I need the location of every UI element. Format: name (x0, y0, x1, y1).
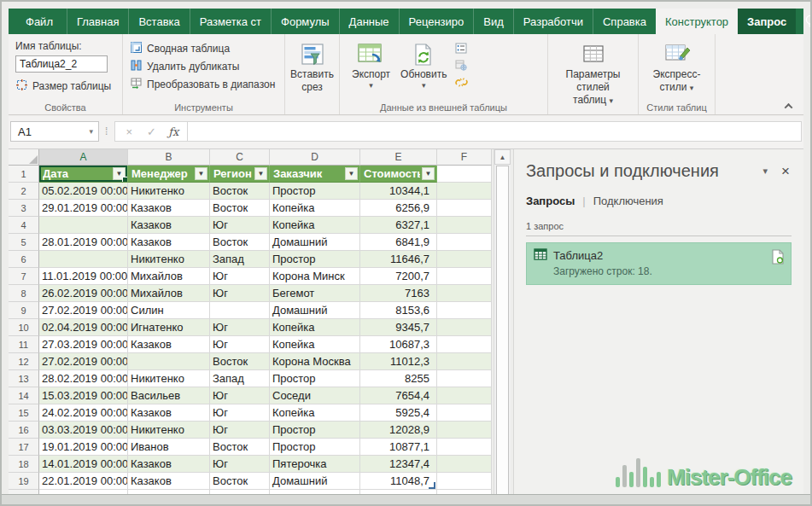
table-style-options-button[interactable]: Параметры стилей таблиц ▾ (555, 38, 631, 109)
tab-queries[interactable]: Запросы (526, 195, 575, 207)
grid-cell[interactable]: Запад (210, 370, 270, 387)
grid-cell[interactable] (437, 387, 492, 404)
scroll-up-icon[interactable]: ▲ (494, 149, 511, 165)
grid-cell[interactable]: 22.01.2019 00:00 (39, 473, 128, 490)
grid-cell[interactable] (437, 251, 492, 268)
grid-cell[interactable]: Восток (210, 183, 270, 200)
grid-cell[interactable]: 26.02.2019 00:00 (39, 285, 128, 302)
grid-cell[interactable]: 03.03.2019 00:00 (39, 422, 128, 439)
tab-connections[interactable]: Подключения (593, 195, 663, 207)
grid-cell[interactable]: Юг (210, 422, 270, 439)
grid-cell[interactable]: Юг (210, 217, 270, 234)
ribbon-tab-Разработчи[interactable]: Разработчи (513, 9, 593, 34)
row-header-5[interactable]: 5 (9, 234, 39, 251)
grid-cell[interactable]: Простор (270, 251, 360, 268)
grid-cell[interactable] (437, 302, 492, 319)
grid-cell[interactable]: Восток (210, 234, 270, 251)
grid-cell[interactable] (437, 353, 492, 370)
grid-cell[interactable]: Михайлов (128, 285, 210, 302)
grid-cell[interactable] (437, 422, 492, 439)
grid-cell[interactable] (39, 217, 128, 234)
column-header-B[interactable]: B (128, 149, 210, 166)
grid-cell[interactable]: 15.03.2019 00:00 (39, 387, 128, 404)
grid-cell[interactable]: 9345,7 (360, 319, 437, 336)
grid-cell[interactable] (39, 251, 128, 268)
ribbon-tab-Запрос[interactable]: Запрос (738, 9, 796, 34)
grid-cell[interactable]: Копейка (270, 336, 360, 353)
insert-slicer-button[interactable]: Вставить срез (292, 38, 332, 96)
grid-cell[interactable]: 7654,4 (360, 387, 437, 404)
filter-dropdown-icon[interactable]: ▼ (254, 167, 267, 180)
grid-cell[interactable]: Копейка (270, 217, 360, 234)
formula-input[interactable] (188, 121, 802, 142)
insert-function-icon[interactable]: ƒx (163, 125, 184, 138)
row-header-18[interactable]: 18 (9, 456, 39, 473)
column-header-A[interactable]: A (39, 149, 128, 166)
grid-cell[interactable]: 19.01.2019 00:00 (39, 439, 128, 456)
grid-cell[interactable]: Юг (210, 404, 270, 422)
ribbon-tab-Вставка[interactable]: Вставка (128, 9, 189, 34)
table-header-cell[interactable]: Менеджер▼ (128, 166, 210, 183)
row-header-6[interactable]: 6 (9, 251, 39, 268)
grid-cell[interactable] (128, 353, 210, 370)
formula-bar-splitter[interactable]: ⁞ (99, 125, 114, 137)
grid-cell[interactable]: 28.02.2019 00:00 (39, 370, 128, 387)
column-header-E[interactable]: E (360, 149, 437, 166)
grid-cell[interactable] (210, 302, 270, 319)
pane-menu-icon[interactable]: ▾ (751, 166, 780, 177)
grid-cell[interactable]: Простор (270, 370, 360, 387)
ribbon-tab-Вид[interactable]: Вид (473, 9, 513, 34)
name-box[interactable]: A1 ▾ (10, 121, 99, 142)
unlink-icon[interactable] (453, 75, 469, 89)
row-header-7[interactable]: 7 (9, 268, 39, 285)
open-in-browser-icon[interactable] (453, 58, 469, 72)
grid-cell[interactable]: 12347,4 (360, 456, 437, 473)
grid-cell[interactable]: 27.02.2019 00:00 (39, 353, 128, 370)
row-header-3[interactable]: 3 (9, 200, 39, 217)
row-header-1[interactable]: 1 (9, 166, 39, 183)
grid-cell[interactable]: 27.03.2019 00:00 (39, 336, 128, 353)
grid-cell[interactable]: 11.01.2019 00:00 (39, 268, 128, 285)
ribbon-tab-Формулы[interactable]: Формулы (271, 9, 339, 34)
ribbon-tab-Рецензиро[interactable]: Рецензиро (399, 9, 474, 34)
ribbon-tab-Справка[interactable]: Справка (593, 9, 656, 34)
grid-cell[interactable]: Никитенко (128, 183, 210, 200)
grid-cell[interactable]: 8255 (360, 370, 437, 387)
grid-cell[interactable] (437, 234, 492, 251)
grid-cell[interactable]: Никитенко (128, 370, 210, 387)
filter-dropdown-icon[interactable]: ▼ (345, 167, 358, 180)
table-header-cell[interactable]: Стоимость▼ (360, 166, 437, 183)
ribbon-tab-Конструктор[interactable]: Конструктор (656, 9, 738, 34)
vertical-scrollbar[interactable]: ▲ (494, 149, 511, 497)
table-header-cell[interactable]: Регион▼ (210, 166, 270, 183)
remove-duplicates-button[interactable]: Удалить дубликаты (130, 59, 277, 74)
grid-cell[interactable]: 11646,7 (360, 251, 437, 268)
grid-cell[interactable]: 29.01.2019 00:00 (39, 200, 128, 217)
row-header-17[interactable]: 17 (9, 439, 39, 456)
spreadsheet-grid[interactable]: ABCDEF1Дата▼Менеджер▼Регион▼Заказчик▼Сто… (9, 149, 492, 497)
grid-cell[interactable]: Юг (210, 456, 270, 473)
grid-cell[interactable]: Казаков (128, 336, 210, 353)
grid-cell[interactable]: Простор (270, 422, 360, 439)
grid-cell[interactable]: Никитенко (128, 422, 210, 439)
grid-cell[interactable]: 02.04.2019 00:00 (39, 319, 128, 336)
grid-cell[interactable]: 10687,3 (360, 336, 437, 353)
grid-cell[interactable]: 7200,7 (360, 268, 437, 285)
grid-cell[interactable] (437, 456, 492, 473)
grid-cell[interactable]: Копейка (270, 404, 360, 422)
grid-cell[interactable]: Восток (210, 200, 270, 217)
grid-cell[interactable]: Пятерочка (270, 456, 360, 473)
filter-dropdown-icon[interactable]: ▼ (422, 167, 435, 180)
row-header-19[interactable]: 19 (9, 473, 39, 490)
grid-cell[interactable] (437, 268, 492, 285)
grid-cell[interactable]: 6256,9 (360, 200, 437, 217)
grid-cell[interactable]: Простор (270, 439, 360, 456)
grid-cell[interactable]: 11012,3 (360, 353, 437, 370)
grid-cell[interactable]: Никитенко (128, 251, 210, 268)
ribbon-tab-Разметка ст[interactable]: Разметка ст (190, 9, 271, 34)
name-box-dropdown-icon[interactable]: ▾ (89, 127, 98, 136)
grid-cell[interactable]: Простор (270, 183, 360, 200)
enter-icon[interactable]: ✓ (141, 125, 161, 138)
grid-cell[interactable]: 7163 (360, 285, 437, 302)
grid-cell[interactable]: 28.01.2019 00:00 (39, 234, 128, 251)
